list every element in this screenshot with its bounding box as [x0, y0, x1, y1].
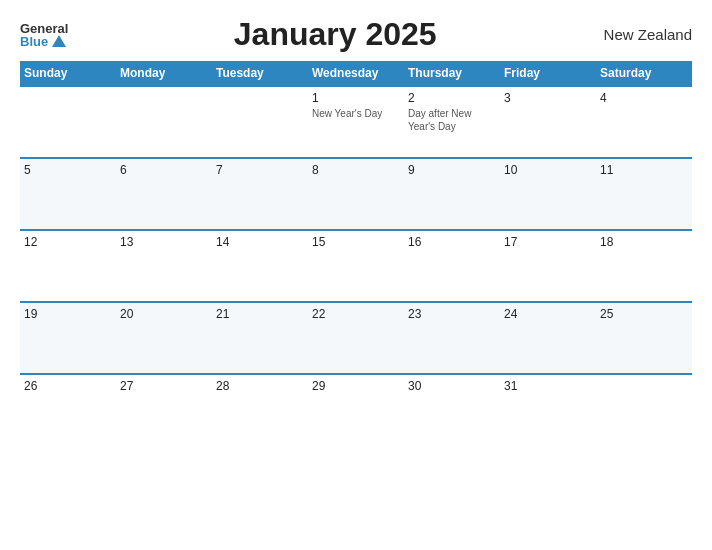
week-row-4: 19202122232425 [20, 302, 692, 374]
day-number: 23 [408, 307, 496, 321]
day-number: 25 [600, 307, 688, 321]
calendar-cell [20, 86, 116, 158]
day-number: 1 [312, 91, 400, 105]
day-number: 26 [24, 379, 112, 393]
day-number: 17 [504, 235, 592, 249]
calendar-cell: 8 [308, 158, 404, 230]
logo-blue-text: Blue [20, 35, 66, 48]
week-row-5: 262728293031 [20, 374, 692, 446]
calendar-cell: 31 [500, 374, 596, 446]
calendar-cell: 21 [212, 302, 308, 374]
week-row-3: 12131415161718 [20, 230, 692, 302]
day-number: 14 [216, 235, 304, 249]
calendar-cell: 25 [596, 302, 692, 374]
day-number: 2 [408, 91, 496, 105]
col-tuesday: Tuesday [212, 61, 308, 86]
calendar-cell [596, 374, 692, 446]
calendar-cell: 20 [116, 302, 212, 374]
day-number: 27 [120, 379, 208, 393]
calendar-cell: 29 [308, 374, 404, 446]
calendar-cell: 22 [308, 302, 404, 374]
calendar-cell [212, 86, 308, 158]
calendar-cell: 9 [404, 158, 500, 230]
logo: General Blue [20, 22, 68, 48]
calendar-cell: 12 [20, 230, 116, 302]
day-number: 13 [120, 235, 208, 249]
calendar-cell: 5 [20, 158, 116, 230]
day-number: 11 [600, 163, 688, 177]
calendar-cell: 17 [500, 230, 596, 302]
calendar-cell: 10 [500, 158, 596, 230]
week-row-1: 1New Year's Day2Day after New Year's Day… [20, 86, 692, 158]
calendar-cell: 2Day after New Year's Day [404, 86, 500, 158]
calendar-cell: 19 [20, 302, 116, 374]
calendar-header: General Blue January 2025 New Zealand [20, 16, 692, 53]
calendar-cell: 24 [500, 302, 596, 374]
calendar-cell: 26 [20, 374, 116, 446]
day-number: 20 [120, 307, 208, 321]
day-number: 15 [312, 235, 400, 249]
day-number: 4 [600, 91, 688, 105]
day-number: 12 [24, 235, 112, 249]
calendar-table: Sunday Monday Tuesday Wednesday Thursday… [20, 61, 692, 446]
day-number: 28 [216, 379, 304, 393]
calendar-cell: 27 [116, 374, 212, 446]
calendar-cell: 18 [596, 230, 692, 302]
holiday-name: Day after New Year's Day [408, 107, 496, 133]
holiday-name: New Year's Day [312, 107, 400, 120]
calendar-cell: 11 [596, 158, 692, 230]
day-number: 8 [312, 163, 400, 177]
calendar-cell: 7 [212, 158, 308, 230]
col-sunday: Sunday [20, 61, 116, 86]
day-number: 6 [120, 163, 208, 177]
day-number: 24 [504, 307, 592, 321]
day-number: 30 [408, 379, 496, 393]
calendar-cell: 28 [212, 374, 308, 446]
day-number: 19 [24, 307, 112, 321]
week-row-2: 567891011 [20, 158, 692, 230]
col-saturday: Saturday [596, 61, 692, 86]
col-thursday: Thursday [404, 61, 500, 86]
calendar-title: January 2025 [68, 16, 602, 53]
calendar-cell: 13 [116, 230, 212, 302]
col-wednesday: Wednesday [308, 61, 404, 86]
weekday-header-row: Sunday Monday Tuesday Wednesday Thursday… [20, 61, 692, 86]
col-monday: Monday [116, 61, 212, 86]
calendar-cell: 14 [212, 230, 308, 302]
day-number: 3 [504, 91, 592, 105]
calendar-cell: 30 [404, 374, 500, 446]
calendar-cell: 3 [500, 86, 596, 158]
logo-triangle-icon [52, 35, 66, 47]
calendar-cell: 15 [308, 230, 404, 302]
day-number: 29 [312, 379, 400, 393]
col-friday: Friday [500, 61, 596, 86]
calendar-cell: 6 [116, 158, 212, 230]
day-number: 9 [408, 163, 496, 177]
country-label: New Zealand [602, 26, 692, 43]
calendar-cell: 23 [404, 302, 500, 374]
calendar-cell [116, 86, 212, 158]
day-number: 31 [504, 379, 592, 393]
calendar-cell: 16 [404, 230, 500, 302]
logo-general-text: General [20, 22, 68, 35]
day-number: 16 [408, 235, 496, 249]
calendar-page: General Blue January 2025 New Zealand Su… [0, 0, 712, 550]
day-number: 10 [504, 163, 592, 177]
day-number: 7 [216, 163, 304, 177]
calendar-cell: 1New Year's Day [308, 86, 404, 158]
day-number: 18 [600, 235, 688, 249]
day-number: 21 [216, 307, 304, 321]
calendar-cell: 4 [596, 86, 692, 158]
day-number: 22 [312, 307, 400, 321]
day-number: 5 [24, 163, 112, 177]
